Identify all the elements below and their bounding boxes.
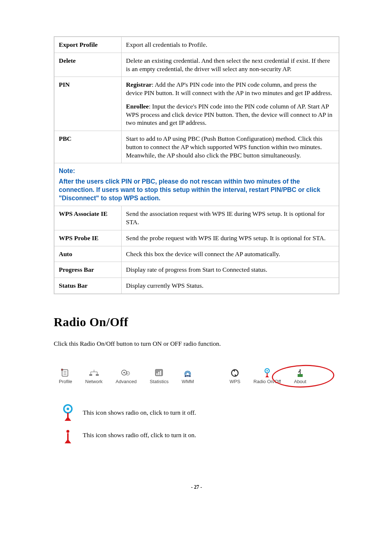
radio-on-icon: [262, 368, 273, 378]
row-label: PBC: [54, 131, 122, 163]
row-value: Delete an existing credential. And then …: [122, 53, 339, 77]
radio-on-text: This icon shows radio on, click to turn …: [83, 409, 196, 416]
toolbar: Profile Network Advanced Statistics QoS …: [54, 366, 339, 386]
row-label: Status Bar: [54, 278, 122, 294]
note-row: Note: After the users click PIN or PBC, …: [54, 163, 339, 206]
table-row: Delete Delete an existing credential. An…: [54, 53, 339, 77]
svg-marker-26: [265, 375, 269, 377]
svg-rect-17: [158, 372, 159, 375]
toolbar-item-wmm[interactable]: QoS WMM: [181, 368, 194, 384]
svg-marker-33: [65, 416, 71, 421]
pin-enrollee-text: : Input the device's PIN code into the P…: [126, 103, 332, 127]
radio-off-row: This icon shows radio off, click to turn…: [60, 426, 339, 444]
toolbar-item-radio[interactable]: Radio On/Off: [253, 368, 281, 384]
toolbar-label: Profile: [59, 379, 72, 384]
svg-point-14: [127, 373, 128, 374]
note-cell: Note: After the users click PIN or PBC, …: [54, 163, 339, 206]
toolbar-label: Network: [85, 379, 103, 384]
row-value: Send the association request with WPS IE…: [122, 206, 339, 230]
row-value: Start to add to AP using PBC (Push Butto…: [122, 131, 339, 163]
pin-registrar-label: Registrar: [126, 81, 152, 88]
table-row: Export Profile Export all credentials to…: [54, 37, 339, 53]
profile-icon: [60, 368, 71, 378]
row-value: Send the probe request with WPS IE durin…: [122, 230, 339, 246]
table-row: PBC Start to add to AP using PBC (Push B…: [54, 131, 339, 163]
network-icon: [89, 368, 99, 378]
wps-icon: [229, 368, 240, 378]
toolbar-item-network[interactable]: Network: [85, 368, 103, 384]
toolbar-item-wps[interactable]: WPS: [229, 368, 240, 384]
svg-point-34: [66, 430, 69, 433]
row-value: Display rate of progress from Start to C…: [122, 262, 339, 278]
toolbar-label: Advanced: [116, 379, 137, 384]
radio-on-icon: [60, 404, 75, 422]
svg-point-28: [299, 369, 301, 371]
row-value: Export all credentials to Profile.: [122, 37, 339, 53]
toolbar-label: WMM: [181, 379, 194, 384]
row-label: PIN: [54, 77, 122, 131]
statistics-icon: [154, 368, 164, 378]
pin-registrar-text: : Add the AP's PIN code into the PIN cod…: [126, 81, 332, 97]
row-label: Delete: [54, 53, 122, 77]
pin-enrollee-label: Enrollee: [126, 103, 149, 110]
table-row: PIN Registrar: Add the AP's PIN code int…: [54, 77, 339, 131]
advanced-icon: [121, 368, 131, 378]
toolbar-label: WPS: [230, 379, 241, 384]
page-number: - 27 -: [54, 484, 339, 490]
definitions-table: Export Profile Export all credentials to…: [54, 36, 339, 294]
toolbar-item-statistics[interactable]: Statistics: [150, 368, 168, 384]
toolbar-label: Radio On/Off: [253, 379, 281, 384]
row-label: Auto: [54, 246, 122, 262]
toolbar-label: Statistics: [150, 379, 168, 384]
toolbar-item-about[interactable]: About: [294, 368, 306, 384]
section-body: Click this Radio On/Off button to turn O…: [54, 340, 339, 348]
svg-text:QoS: QoS: [186, 375, 190, 377]
section-heading: Radio On/Off: [54, 315, 339, 329]
row-label: Progress Bar: [54, 262, 122, 278]
svg-point-13: [123, 372, 125, 373]
row-value: Registrar: Add the AP's PIN code into th…: [122, 77, 339, 131]
toolbar-label: About: [294, 379, 306, 384]
radio-on-row: This icon shows radio on, click to turn …: [60, 404, 339, 422]
svg-point-31: [67, 407, 69, 410]
toolbar-item-profile[interactable]: Profile: [59, 368, 72, 384]
table-row: Status Bar Display currently WPS Status.: [54, 278, 339, 294]
about-icon: [295, 368, 306, 378]
note-text: After the users click PIN or PBC, please…: [59, 178, 320, 202]
row-label: WPS Associate IE: [54, 206, 122, 230]
svg-point-24: [266, 370, 268, 372]
toolbar-item-advanced[interactable]: Advanced: [116, 368, 137, 384]
svg-rect-5: [89, 374, 92, 376]
table-row: WPS Associate IE Send the association re…: [54, 206, 339, 230]
wmm-icon: QoS: [182, 368, 193, 378]
radio-off-icon: [60, 426, 75, 444]
svg-rect-4: [61, 369, 63, 370]
row-label: WPS Probe IE: [54, 230, 122, 246]
row-value: Check this box the device will connect t…: [122, 246, 339, 262]
table-row: WPS Probe IE Send the probe request with…: [54, 230, 339, 246]
row-value: Display currently WPS Status.: [122, 278, 339, 294]
note-label: Note:: [59, 167, 334, 175]
table-row: Auto Check this box the device will conn…: [54, 246, 339, 262]
svg-marker-36: [65, 439, 71, 443]
svg-rect-6: [96, 374, 99, 376]
row-label: Export Profile: [54, 37, 122, 53]
table-row: Progress Bar Display rate of progress fr…: [54, 262, 339, 278]
svg-rect-16: [156, 373, 158, 375]
svg-rect-27: [298, 374, 303, 377]
radio-off-text: This icon shows radio off, click to turn…: [83, 431, 196, 439]
svg-rect-18: [160, 371, 161, 375]
